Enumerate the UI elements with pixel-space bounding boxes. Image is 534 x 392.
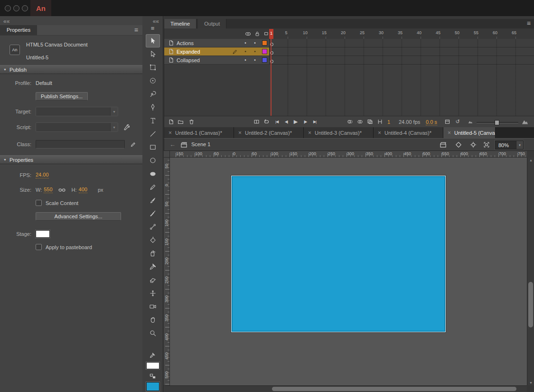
tab-output[interactable]: Output [198, 19, 226, 28]
vertical-scrollbar[interactable]: ▲ ▼ [527, 158, 534, 385]
script-settings-wrench-icon[interactable] [122, 123, 130, 131]
edit-scene-icon[interactable] [439, 141, 447, 149]
class-input[interactable] [36, 140, 125, 149]
close-tab-icon[interactable]: × [238, 130, 242, 136]
layer-outline-color-swatch[interactable] [260, 41, 269, 45]
layer-lock-dot[interactable]: • [250, 40, 260, 46]
back-button[interactable]: ← [169, 141, 176, 148]
stage-width-value[interactable]: 550 [44, 187, 52, 193]
playhead-marker[interactable]: 1 [269, 29, 273, 39]
advanced-settings-button[interactable]: Advanced Settings... [36, 212, 121, 221]
polystar-tool[interactable] [146, 167, 160, 180]
toolbar-menu-icon[interactable]: ≡ [151, 25, 155, 32]
timeline-frame-ruler[interactable]: 5101520253035404550556065 1 [164, 28, 534, 39]
text-tool[interactable] [146, 114, 160, 127]
default-colors-icon[interactable] [149, 373, 157, 380]
center-stage-icon[interactable] [469, 141, 478, 149]
hand-tool[interactable] [146, 313, 160, 327]
onion-skin-outlines-button[interactable] [356, 118, 364, 125]
layer-frames[interactable] [270, 39, 534, 47]
new-folder-button[interactable] [177, 118, 184, 125]
close-tab-icon[interactable]: × [448, 130, 451, 136]
frame-view-button[interactable] [443, 118, 451, 125]
ink-bottle-tool[interactable] [146, 247, 160, 260]
camera-tool[interactable] [146, 300, 160, 313]
layer-lock-dot[interactable]: • [250, 57, 260, 63]
collapse-panel-chevrons-icon[interactable]: «« [3, 18, 9, 25]
layer-visible-dot[interactable]: • [241, 57, 250, 63]
lasso-tool[interactable] [146, 87, 160, 101]
document-tab[interactable]: × Untitled-2 (Canvas)* [234, 127, 304, 138]
layer-name[interactable]: Actions [177, 40, 232, 46]
timeline-layer-row[interactable]: Actions • • [164, 39, 534, 47]
timeline-zoom-slider[interactable] [477, 122, 518, 123]
go-to-first-frame-button[interactable]: |◀ [273, 118, 281, 125]
brush-tool[interactable] [146, 194, 160, 207]
subselection-tool[interactable] [146, 47, 160, 61]
stage[interactable] [231, 176, 446, 332]
frame-rate-indicator[interactable]: 24.00 fps [399, 119, 420, 125]
target-select[interactable]: ▾ [36, 107, 118, 116]
publish-settings-button[interactable]: Publish Settings... [36, 92, 88, 101]
fps-value[interactable]: 24.00 [36, 172, 49, 178]
layer-lock-dot[interactable]: • [250, 49, 260, 54]
reset-timeline-zoom-button[interactable]: ↺ [454, 118, 461, 125]
class-edit-pencil-icon[interactable] [129, 140, 137, 148]
timeline-panel-menu-icon[interactable]: ≡ [527, 19, 531, 27]
width-tool[interactable] [146, 287, 160, 300]
eyedropper-tool[interactable] [146, 260, 160, 273]
layer-frames[interactable] [270, 56, 534, 65]
line-tool[interactable] [146, 127, 160, 140]
rectangle-tool[interactable] [146, 140, 160, 154]
eraser-tool[interactable] [146, 273, 160, 287]
lock-all-layers-icon[interactable] [253, 30, 261, 37]
modify-markers-button[interactable] [376, 118, 384, 125]
fill-color-swatch[interactable] [146, 382, 159, 391]
paint-bucket-tool[interactable] [146, 233, 160, 247]
timeline-zoom-slider-thumb[interactable] [495, 120, 499, 125]
layer-name[interactable]: Collapsed [177, 57, 232, 63]
oval-tool[interactable] [146, 154, 160, 167]
publish-section-header[interactable]: ▼ Publish [0, 65, 142, 74]
step-forward-button[interactable]: |▶ [301, 118, 309, 125]
properties-section-header[interactable]: ▼ Properties [0, 155, 142, 164]
selection-tool[interactable] [146, 34, 160, 47]
canvas-pasteboard[interactable] [170, 158, 527, 385]
window-minimize-button[interactable] [13, 5, 19, 11]
go-to-last-frame-button[interactable]: ▶| [311, 118, 319, 125]
script-select[interactable]: ▾ [36, 122, 118, 132]
window-close-button[interactable] [5, 5, 11, 11]
stroke-color-swatch[interactable] [146, 362, 159, 369]
document-tab[interactable]: × Untitled-5 (Canvas)* [443, 127, 496, 138]
layer-outline-color-swatch[interactable] [260, 58, 269, 62]
horizontal-scrollbar[interactable] [164, 385, 527, 392]
scroll-up-arrow-icon[interactable]: ▲ [529, 159, 533, 162]
horizontal-scrollbar-thumb[interactable] [272, 387, 516, 391]
bone-tool[interactable] [146, 220, 160, 233]
loop-button[interactable] [262, 118, 270, 125]
gradient-transform-tool[interactable] [146, 74, 160, 87]
stage-color-swatch[interactable] [36, 230, 50, 238]
tab-properties[interactable]: Properties [0, 25, 37, 35]
collapse-toolbar-chevrons-icon[interactable]: «« [153, 18, 159, 25]
onion-skin-button[interactable] [346, 118, 354, 125]
tab-timeline[interactable]: Timeline [164, 19, 197, 28]
pencil-tool[interactable] [146, 180, 160, 194]
layer-visible-dot[interactable]: • [241, 40, 250, 46]
center-frame-button[interactable] [253, 118, 260, 125]
window-zoom-button[interactable] [22, 5, 28, 11]
timeline-layer-row[interactable]: Expanded • • [164, 47, 534, 56]
scroll-down-arrow-icon[interactable]: ▼ [529, 381, 533, 384]
scene-name[interactable]: Scene 1 [191, 141, 210, 147]
scale-content-checkbox[interactable] [36, 200, 42, 206]
playhead-line[interactable] [271, 39, 272, 116]
layer-name[interactable]: Expanded [177, 49, 232, 55]
step-back-button[interactable]: ◀| [282, 118, 290, 125]
timeline-layer-row[interactable]: Collapsed • • [164, 56, 534, 65]
layer-outline-color-swatch[interactable] [260, 49, 269, 54]
panel-menu-icon[interactable]: ≡ [134, 26, 138, 34]
play-button[interactable]: ▶ [292, 118, 300, 125]
show-hide-all-layers-eye-icon[interactable] [244, 30, 252, 37]
timeline-zoom-in-icon[interactable] [521, 118, 529, 125]
zoom-select[interactable]: 80% ▾ [495, 140, 524, 149]
